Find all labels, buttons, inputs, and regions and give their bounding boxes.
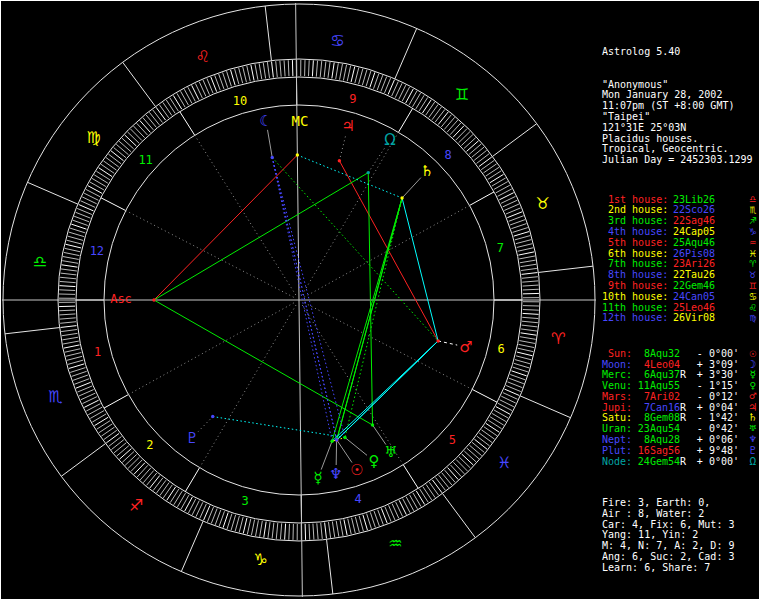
aspect-lines — [154, 155, 438, 441]
pointer-mars — [438, 341, 457, 345]
degree-tick — [104, 430, 117, 439]
degree-tick — [156, 107, 166, 120]
aspect-moon-mars — [272, 157, 438, 340]
sign-boundary — [5, 328, 60, 334]
degree-tick — [490, 417, 504, 425]
degree-tick — [340, 520, 343, 536]
degree-tick — [264, 522, 266, 538]
aspect-jupiter-mars — [339, 161, 438, 341]
degree-tick — [99, 168, 112, 177]
degree-tick — [67, 356, 82, 360]
degree-tick — [513, 367, 528, 372]
degree-tick — [429, 482, 438, 495]
degree-tick — [59, 310, 75, 311]
retrograde-flag: R — [680, 370, 687, 381]
degree-tick — [519, 256, 535, 259]
degree-tick — [177, 93, 185, 107]
aspect-moon-neptune — [272, 157, 336, 440]
degree-tick — [343, 65, 346, 81]
degree-tick — [416, 491, 424, 505]
sign-leo-glyph: ♌ — [196, 47, 210, 66]
degree-tick — [328, 522, 330, 538]
wheel-pluto-glyph: ♇ — [185, 429, 198, 447]
degree-tick — [101, 427, 114, 436]
planet-row-1: Sun:8Aqu32- 0°00'☉ — [602, 349, 758, 360]
degree-tick — [464, 138, 476, 149]
planet-position: 8Aqu32 — [633, 349, 680, 360]
app-title: Astrolog 5.40 — [602, 47, 758, 58]
degree-tick — [239, 517, 243, 532]
degree-tick — [438, 112, 448, 125]
sign-boundary — [327, 539, 333, 594]
wheel-neptune-glyph: ♆ — [329, 465, 342, 483]
house-number-12: 12 — [90, 244, 104, 258]
degree-tick — [419, 97, 428, 111]
degree-tick — [362, 70, 367, 85]
degree-tick — [90, 411, 104, 419]
degree-tick — [101, 164, 114, 173]
degree-tick — [416, 95, 424, 109]
degree-tick — [68, 236, 83, 240]
degree-tick — [243, 518, 247, 534]
degree-tick — [280, 523, 281, 539]
degree-tick — [432, 107, 442, 120]
house-cusp-line-6 — [304, 303, 472, 390]
degree-tick — [412, 93, 420, 107]
wheel-moon-glyph: ☾ — [259, 112, 272, 130]
degree-tick — [156, 480, 166, 493]
degree-tick — [483, 164, 496, 173]
degree-tick — [255, 64, 258, 80]
degree-tick — [69, 232, 84, 237]
retrograde-flag: R — [680, 413, 687, 424]
degree-tick — [243, 67, 247, 83]
degree-tick — [492, 178, 506, 186]
degree-tick — [347, 66, 350, 82]
aspect-mc-saturn — [297, 155, 402, 198]
degree-tick — [435, 109, 445, 122]
degree-tick — [267, 62, 269, 78]
degree-tick — [67, 240, 82, 244]
house-cusp-line-11 — [195, 135, 296, 295]
degree-tick — [61, 269, 77, 271]
degree-tick — [117, 446, 129, 456]
degree-tick — [517, 244, 533, 248]
degree-tick — [520, 337, 536, 340]
degree-tick — [467, 448, 479, 459]
degree-tick — [62, 265, 78, 267]
degree-tick — [448, 468, 459, 480]
house-cusp-ring-seg-6 — [472, 389, 497, 402]
wheel-saturn-glyph: ♄ — [420, 162, 433, 180]
degree-tick — [321, 523, 323, 539]
degree-tick — [285, 524, 286, 540]
house-cusp-ring-seg-9 — [398, 108, 412, 132]
house-label: 10th house: — [602, 292, 668, 303]
degree-tick — [231, 515, 236, 530]
degree-tick — [336, 521, 339, 537]
chart-statistics: Fire: 3, Earth: 0,Air : 8, Water: 2Car: … — [602, 498, 758, 574]
aspect-node-uranus — [368, 173, 372, 425]
house-cusps — [2, 3, 596, 597]
degree-tick — [453, 462, 464, 474]
degree-tick — [116, 144, 128, 154]
degree-tick — [62, 337, 78, 340]
house-cusp-line-12 — [126, 211, 294, 298]
pointer-pluto — [198, 417, 212, 432]
degree-tick — [167, 487, 176, 500]
sign-boundary — [520, 396, 570, 418]
house-cusp-ring-seg-3 — [185, 468, 199, 492]
degree-tick — [131, 460, 142, 471]
degree-tick — [128, 132, 139, 143]
degree-tick — [90, 182, 104, 190]
degree-tick — [462, 454, 474, 465]
degree-tick — [263, 63, 265, 79]
degree-tick — [235, 516, 239, 531]
degree-tick — [367, 514, 372, 529]
house-cusp-line-3 — [200, 305, 296, 468]
degree-tick — [519, 341, 535, 344]
degree-tick — [514, 363, 529, 368]
degree-tick — [351, 67, 355, 83]
degree-tick — [122, 138, 134, 149]
sign-boundary — [27, 182, 77, 204]
degree-tick — [128, 457, 139, 468]
degree-tick — [65, 349, 81, 352]
